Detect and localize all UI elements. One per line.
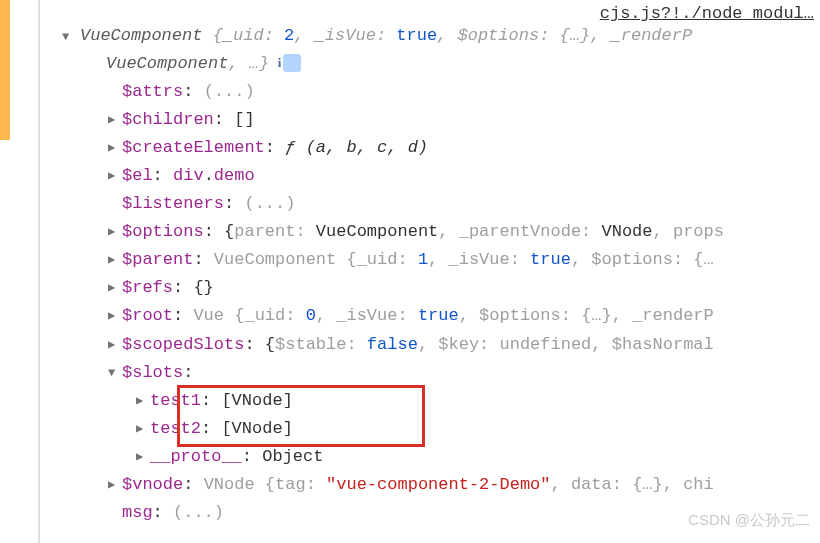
prop-attrs[interactable]: $attrs: (...) xyxy=(108,78,820,106)
cls: Vue xyxy=(193,306,224,325)
options-value: {…} xyxy=(560,26,591,45)
info-icon[interactable]: i xyxy=(283,54,301,72)
renderp: _renderP xyxy=(611,26,693,45)
isvue-key: _isVue xyxy=(315,26,376,45)
chevron-right-icon[interactable]: ▶ xyxy=(108,111,122,131)
prop-createelement[interactable]: ▶$createElement: ƒ (a, b, c, d) xyxy=(108,134,820,162)
chevron-down-icon[interactable]: ▼ xyxy=(62,28,69,48)
slot-test1[interactable]: ▶test1: [VNode] xyxy=(136,387,820,415)
key: $el xyxy=(122,166,153,185)
key: $options xyxy=(122,222,204,241)
key: $slots xyxy=(122,363,183,382)
uid-key: _uid xyxy=(357,250,398,269)
prop-root[interactable]: ▶$root: Vue {_uid: 0, _isVue: true, $opt… xyxy=(108,302,820,330)
value: Object xyxy=(262,447,323,466)
chevron-right-icon[interactable]: ▶ xyxy=(108,251,122,271)
stable-val: false xyxy=(367,335,418,354)
chevron-right-icon[interactable]: ▶ xyxy=(108,336,122,356)
el-tag: div xyxy=(173,166,204,185)
slot-proto[interactable]: ▶__proto__: Object xyxy=(136,443,820,471)
prop-options[interactable]: ▶$options: {parent: VueComponent, _paren… xyxy=(108,218,820,246)
data-key: data xyxy=(571,475,612,494)
isvue-key: _isVue xyxy=(336,306,397,325)
isvue-val: true xyxy=(418,306,459,325)
pvnode-key: _parentVnode xyxy=(459,222,581,241)
parent-val: VueComponent xyxy=(316,222,438,241)
cls: VueComponent xyxy=(214,250,336,269)
value: [VNode] xyxy=(221,391,292,410)
options-key: $options xyxy=(458,26,540,45)
props-key: props xyxy=(673,222,724,241)
brace: { xyxy=(213,26,223,45)
el-class: demo xyxy=(214,166,255,185)
value: [VNode] xyxy=(221,419,292,438)
data-val: {…} xyxy=(632,475,663,494)
chevron-right-icon[interactable]: ▶ xyxy=(108,223,122,243)
key: $attrs xyxy=(122,82,183,101)
fn-args: (a, b, c, d) xyxy=(306,138,428,157)
isvue-value: true xyxy=(396,26,437,45)
isvue-key: _isVue xyxy=(448,250,509,269)
key: __proto__ xyxy=(150,447,242,466)
component-class-2: VueComponent xyxy=(106,54,228,73)
component-class: VueComponent xyxy=(80,26,202,45)
value: (...) xyxy=(204,82,255,101)
chevron-right-icon[interactable]: ▶ xyxy=(108,307,122,327)
chevron-down-icon[interactable]: ▼ xyxy=(108,364,122,384)
isvue-val: true xyxy=(530,250,571,269)
uid-value: 2 xyxy=(284,26,294,45)
key: $listeners xyxy=(122,194,224,213)
uid-val: 1 xyxy=(418,250,428,269)
prop-listeners[interactable]: $listeners: (...) xyxy=(108,190,820,218)
opt-key: $options xyxy=(479,306,561,325)
key-key: $key xyxy=(438,335,479,354)
key-val: undefined xyxy=(500,335,592,354)
root-object[interactable]: ▼ VueComponent {_uid: 2, _isVue: true, $… xyxy=(80,22,820,78)
key: $parent xyxy=(122,250,193,269)
chevron-right-icon[interactable]: ▶ xyxy=(108,167,122,187)
tag-key: tag xyxy=(275,475,306,494)
chevron-right-icon[interactable]: ▶ xyxy=(108,279,122,299)
prop-refs[interactable]: ▶$refs: {} xyxy=(108,274,820,302)
key: test1 xyxy=(150,391,201,410)
vertical-divider xyxy=(38,0,40,543)
chevron-right-icon[interactable]: ▶ xyxy=(136,392,150,412)
key: $vnode xyxy=(122,475,183,494)
value: (...) xyxy=(173,503,224,522)
slot-test2[interactable]: ▶test2: [VNode] xyxy=(136,415,820,443)
prop-el[interactable]: ▶$el: div.demo xyxy=(108,162,820,190)
value: (...) xyxy=(244,194,295,213)
prop-msg[interactable]: msg: (...) xyxy=(108,499,820,527)
gutter-highlight xyxy=(0,0,10,140)
prop-scopedslots[interactable]: ▶$scopedSlots: {$stable: false, $key: un… xyxy=(108,331,820,359)
parent-key: parent xyxy=(234,222,295,241)
chevron-right-icon[interactable]: ▶ xyxy=(136,420,150,440)
prop-parent[interactable]: ▶$parent: VueComponent {_uid: 1, _isVue:… xyxy=(108,246,820,274)
tag-val: "vue-component-2-Demo" xyxy=(326,475,550,494)
uid-key: _uid xyxy=(223,26,264,45)
key: $refs xyxy=(122,278,173,297)
stable-key: $stable xyxy=(275,335,346,354)
chi: chi xyxy=(683,475,714,494)
value: [] xyxy=(234,110,254,129)
prop-children[interactable]: ▶$children: [] xyxy=(108,106,820,134)
key: msg xyxy=(122,503,153,522)
key: $children xyxy=(122,110,214,129)
pvnode-val: VNode xyxy=(602,222,653,241)
opt-val: {… xyxy=(693,250,713,269)
key: $scopedSlots xyxy=(122,335,244,354)
opt-val: {…} xyxy=(581,306,612,325)
key: $root xyxy=(122,306,173,325)
prop-slots[interactable]: ▼$slots: xyxy=(108,359,820,387)
tail: , …} xyxy=(228,54,269,73)
chevron-right-icon[interactable]: ▶ xyxy=(108,476,122,496)
chevron-right-icon[interactable]: ▶ xyxy=(108,139,122,159)
value: {} xyxy=(193,278,213,297)
prop-vnode[interactable]: ▶$vnode: VNode {tag: "vue-component-2-De… xyxy=(108,471,820,499)
object-tree: ▼ VueComponent {_uid: 2, _isVue: true, $… xyxy=(80,22,820,527)
hasnormal: $hasNormal xyxy=(612,335,714,354)
opt-key: $options xyxy=(591,250,673,269)
uid-key: _uid xyxy=(244,306,285,325)
chevron-right-icon[interactable]: ▶ xyxy=(136,448,150,468)
key: test2 xyxy=(150,419,201,438)
